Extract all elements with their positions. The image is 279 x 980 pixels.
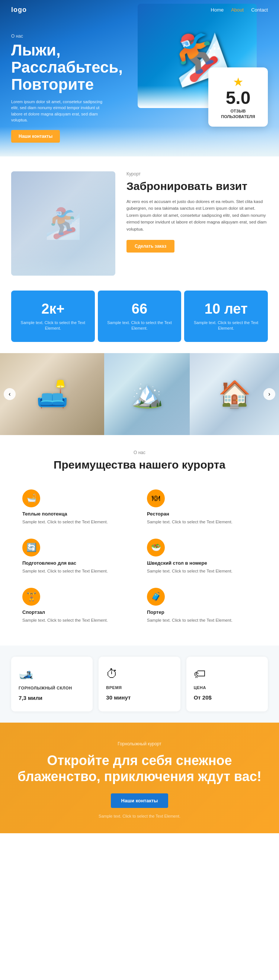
info-value-1: 30 минут xyxy=(106,694,131,701)
stat-card-1: 66 Sample text. Click to select the Text… xyxy=(98,291,182,342)
gallery-section: ‹ 🛋️ 🏔️ 🏠 › xyxy=(0,353,279,435)
info-card-0: 🎿 ГОРНОЛЫЖНЫЙ СКЛОН 7,3 мили xyxy=(11,657,93,711)
rating-label: ОТЗЫВ ПОЛЬЗОВАТЕЛЯ xyxy=(219,108,257,119)
cta-button[interactable]: Наши контакты xyxy=(111,793,168,808)
adv-item-3: 🥗 Шведский стол в номере Sample text. Cl… xyxy=(140,532,264,581)
adv-title-5: Портер xyxy=(147,609,257,615)
hero-description: Lorem ipsum dolor sit amet, consetetur s… xyxy=(11,99,108,123)
adv-icon-1: 🍽 xyxy=(147,490,165,508)
rating-star: ★ xyxy=(219,75,257,89)
booking-button[interactable]: Сделать заказ xyxy=(127,240,174,253)
prepared-icon: 🔄 xyxy=(26,543,36,552)
hero-label: О нас xyxy=(11,33,108,39)
adv-item-1: 🍽 Ресторан Sample text. Click to select … xyxy=(140,483,264,532)
stat-number-1: 66 xyxy=(105,301,174,317)
time-icon: ⏱ xyxy=(106,667,118,681)
adv-title-3: Шведский стол в номере xyxy=(147,560,257,566)
booking-label: Курорт xyxy=(127,171,268,177)
nav-about[interactable]: About xyxy=(231,7,244,13)
stat-card-2: 10 лет Sample text. Click to select the … xyxy=(184,291,268,342)
info-value-0: 7,3 мили xyxy=(19,695,43,701)
info-label-0: ГОРНОЛЫЖНЫЙ СКЛОН xyxy=(19,686,72,690)
towel-icon: 🛁 xyxy=(26,493,36,503)
adv-icon-2: 🔄 xyxy=(22,539,40,557)
logo: logo xyxy=(11,6,27,14)
stat-text-2: Sample text. Click to select the Text El… xyxy=(192,320,260,331)
adv-item-5: 🧳 Портер Sample text. Click to select th… xyxy=(140,581,264,630)
cta-section: Горнолыжный курорт Откройте для себя сне… xyxy=(0,722,279,833)
info-card-1: ⏱ ВРЕМЯ 30 минут xyxy=(98,657,180,711)
restaurant-icon: 🍽 xyxy=(152,493,160,503)
advantages-section: О нас Преимущества нашего курорта 🛁 Тепл… xyxy=(0,435,279,646)
advantages-label: О нас xyxy=(15,450,264,455)
adv-icon-5: 🧳 xyxy=(147,588,165,606)
hero-section: 🏂 logo Home About Contact О нас Лыжи, Ра… xyxy=(0,0,279,156)
hero-contact-button[interactable]: Наши контакты xyxy=(11,130,60,143)
booking-content: Курорт Забронировать визит At vero eos e… xyxy=(127,171,268,253)
info-value-2: От 20$ xyxy=(194,694,212,701)
booking-section: 🏂 Курорт Забронировать визит At vero eos… xyxy=(0,156,279,291)
ski-slope-icon: 🎿 xyxy=(19,667,33,681)
adv-text-0: Sample text. Click to select the Text El… xyxy=(22,519,132,525)
hero-content: О нас Лыжи, Расслабьтесь, Повторите Lore… xyxy=(11,33,108,143)
gallery-prev-button[interactable]: ‹ xyxy=(4,388,16,400)
adv-text-2: Sample text. Click to select the Text El… xyxy=(22,568,132,574)
adv-icon-4: 🏋 xyxy=(22,588,40,606)
advantages-title: Преимущества нашего курорта xyxy=(15,458,264,472)
gallery-image-2: 🏔️ xyxy=(104,353,190,435)
buffet-icon: 🥗 xyxy=(151,543,161,552)
booking-image: 🏂 xyxy=(11,171,115,276)
stat-text-0: Sample text. Click to select the Text El… xyxy=(19,320,87,331)
price-icon: 🏷 xyxy=(194,667,206,681)
adv-title-4: Спортзал xyxy=(22,609,132,615)
advantages-grid: 🛁 Теплые полотенца Sample text. Click to… xyxy=(15,483,264,631)
adv-text-5: Sample text. Click to select the Text El… xyxy=(147,617,257,624)
info-label-2: ЦЕНА xyxy=(194,686,206,690)
booking-title: Забронировать визит xyxy=(127,180,268,193)
adv-icon-0: 🛁 xyxy=(22,490,40,508)
gym-icon: 🏋 xyxy=(26,592,36,601)
info-card-2: 🏷 ЦЕНА От 20$ xyxy=(186,657,268,711)
adv-title-1: Ресторан xyxy=(147,511,257,517)
stats-section: 2к+ Sample text. Click to select the Tex… xyxy=(0,291,279,353)
cta-title: Откройте для себя снежное блаженство, пр… xyxy=(15,752,264,784)
adv-text-4: Sample text. Click to select the Text El… xyxy=(22,617,132,624)
gallery-image-1: 🛋️ xyxy=(0,353,104,435)
adv-text-1: Sample text. Click to select the Text El… xyxy=(147,519,257,525)
rating-card: ★ 5.0 ОТЗЫВ ПОЛЬЗОВАТЕЛЯ xyxy=(208,67,268,127)
porter-icon: 🧳 xyxy=(151,592,161,601)
adv-title-0: Теплые полотенца xyxy=(22,511,132,517)
adv-text-3: Sample text. Click to select the Text El… xyxy=(147,568,257,574)
nav-home[interactable]: Home xyxy=(211,7,224,13)
adv-icon-3: 🥗 xyxy=(147,539,165,557)
adv-item-4: 🏋 Спортзал Sample text. Click to select … xyxy=(15,581,140,630)
rating-number: 5.0 xyxy=(219,89,257,107)
booking-description: At vero eos et accusam et justo duo dolo… xyxy=(127,198,268,232)
stat-number-2: 10 лет xyxy=(192,301,260,317)
gallery-next-button[interactable]: › xyxy=(263,388,275,400)
adv-item-2: 🔄 Подготовлено для вас Sample text. Clic… xyxy=(15,532,140,581)
adv-item-0: 🛁 Теплые полотенца Sample text. Click to… xyxy=(15,483,140,532)
nav-links: Home About Contact xyxy=(211,7,268,13)
navigation: logo Home About Contact xyxy=(0,6,279,14)
stat-text-1: Sample text. Click to select the Text El… xyxy=(105,320,174,331)
info-section: 🎿 ГОРНОЛЫЖНЫЙ СКЛОН 7,3 мили ⏱ ВРЕМЯ 30 … xyxy=(0,646,279,722)
stat-number-0: 2к+ xyxy=(19,301,87,317)
hero-title: Лыжи, Расслабьтесь, Повторите xyxy=(11,42,108,94)
stat-card-0: 2к+ Sample text. Click to select the Tex… xyxy=(11,291,95,342)
cta-label: Горнолыжный курорт xyxy=(15,741,264,746)
nav-contact[interactable]: Contact xyxy=(251,7,268,13)
adv-title-2: Подготовлено для вас xyxy=(22,560,132,566)
info-label-1: ВРЕМЯ xyxy=(106,686,122,690)
cta-bottom-text: Sample text. Click to select the Text El… xyxy=(15,814,264,818)
